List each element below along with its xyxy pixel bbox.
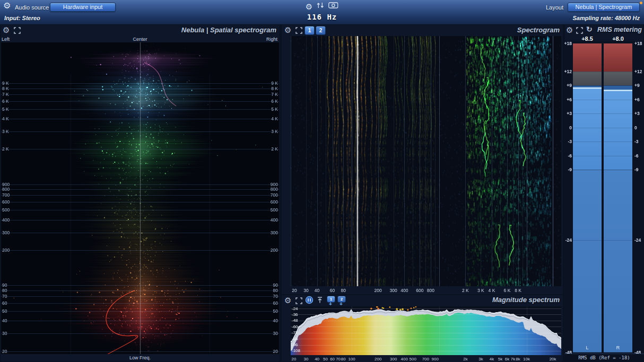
display-monitor-icon[interactable] <box>328 2 338 11</box>
audio-source-label: Audio source <box>15 4 49 11</box>
axis-lowfreq-label: Low Freq. <box>0 355 280 360</box>
top-toolbar: ⚙ Audio source Hardware input Input: Ste… <box>0 0 644 25</box>
magnitude-panel-title: Magnitude spectrum <box>492 296 560 304</box>
spectrogram-preset-1-button[interactable]: 1 <box>304 26 315 35</box>
center-icon-cluster: ⚙ <box>306 2 338 11</box>
magnitude-spectrum-canvas[interactable] <box>291 306 561 362</box>
spectrogram-panel: ⚙ 1 2 Spectrogram <box>281 24 563 295</box>
spatial-fullscreen-icon[interactable] <box>14 27 21 36</box>
spectrogram-settings-gear-icon[interactable]: ⚙ <box>284 26 291 34</box>
rms-settings-gear-icon[interactable]: ⚙ <box>566 26 573 34</box>
hardware-input-button[interactable]: Hardware input <box>50 3 116 12</box>
pause-button-icon[interactable] <box>305 296 314 306</box>
io-routing-icon[interactable] <box>316 2 325 11</box>
spectrogram-panel-title: Spectrogram <box>517 26 560 34</box>
spatial-spectrogram-canvas[interactable] <box>1 42 279 354</box>
magnitude-settings-gear-icon[interactable]: ⚙ <box>284 296 291 304</box>
rms-reset-icon[interactable]: ↻ <box>586 25 593 33</box>
magnitude-spectrum-panel: ⚙ 1 2 + + Magnitude spectrum <box>281 295 563 362</box>
frequency-readout: 116 Hz <box>307 13 337 21</box>
rms-meters-canvas[interactable] <box>564 41 644 354</box>
axis-right-label: Right <box>266 37 277 42</box>
notification-dot <box>640 2 642 4</box>
audio-settings-gear-icon[interactable]: ⚙ <box>3 2 11 10</box>
global-settings-gear-icon[interactable]: ⚙ <box>306 3 312 11</box>
sampling-rate-info: Sampling rate: 48000 Hz <box>572 15 640 21</box>
layout-preset-button[interactable]: Nebula | Spectrogram <box>568 3 640 12</box>
rms-metering-panel: ⚙ ↻ RMS metering +8.5 +8.0 RMS dB (Ref =… <box>564 24 644 362</box>
spatial-settings-gear-icon[interactable]: ⚙ <box>3 26 10 34</box>
spectrogram-fullscreen-icon[interactable] <box>295 27 302 36</box>
axis-center-label: Center <box>0 37 280 42</box>
spectrogram-preset-2-button[interactable]: 2 <box>316 26 326 35</box>
magnitude-fullscreen-icon[interactable] <box>295 297 302 306</box>
rms-panel-title: RMS metering <box>597 26 642 33</box>
input-info: Input: Stereo <box>4 15 40 21</box>
peak-hold-reset-icon[interactable] <box>317 296 323 305</box>
layout-label: Layout <box>546 4 563 11</box>
rms-footer: RMS dB (Ref = -18) <box>564 354 644 362</box>
spatial-panel-title: Nebula | Spatial spectrogram <box>181 26 276 34</box>
spatial-spectrogram-panel: ⚙ Nebula | Spatial spectrogram Left Cent… <box>0 24 280 362</box>
rms-fullscreen-icon[interactable] <box>576 27 583 36</box>
spectrogram-canvas[interactable] <box>291 36 561 294</box>
